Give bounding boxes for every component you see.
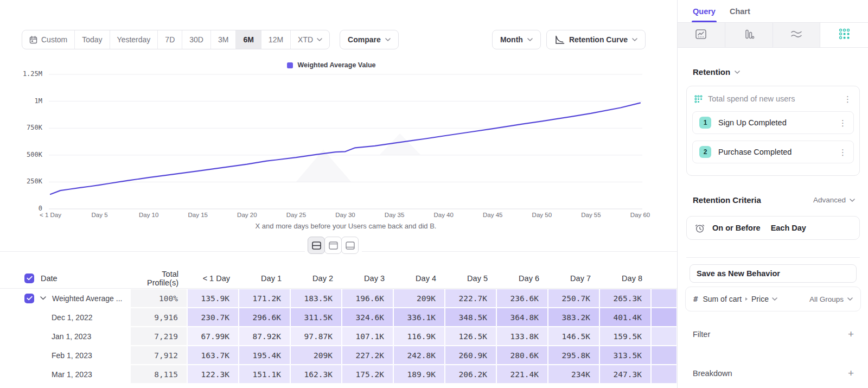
insights-tab[interactable] xyxy=(678,23,725,47)
retention-value-cell[interactable]: 250.7K xyxy=(548,289,599,308)
table-row[interactable]: Weighted Average ...100%135.9K171.2K183.… xyxy=(0,289,677,308)
retention-value-cell[interactable]: 163.7K xyxy=(187,346,239,365)
retention-value-cell[interactable]: 183.5K xyxy=(290,289,342,308)
retention-value-cell[interactable]: 107.1K xyxy=(342,327,393,346)
retention-value-cell[interactable]: 162.3K xyxy=(290,365,342,384)
kebab-menu-icon[interactable]: ⋮ xyxy=(839,148,847,156)
retention-value-cell-cut xyxy=(651,308,677,327)
retention-value-cell[interactable]: 401.4K xyxy=(599,308,651,327)
retention-value-cell[interactable]: 227.2K xyxy=(342,346,393,365)
condition-label: On or Before xyxy=(712,224,761,232)
retention-value-cell[interactable]: 135.9K xyxy=(187,289,239,308)
retention-value-cell[interactable]: 383.2K xyxy=(548,308,599,327)
x-axis-tick: < 1 Day xyxy=(40,212,61,218)
range-custom[interactable]: Custom xyxy=(22,30,74,49)
retention-value-cell[interactable]: 221.4K xyxy=(496,365,548,384)
retention-value-cell[interactable]: 222.7K xyxy=(445,289,496,308)
row-label: Weighted Average ... xyxy=(52,294,122,303)
expand-chevron-icon[interactable] xyxy=(40,296,46,300)
flows-tab[interactable] xyxy=(773,23,821,47)
split-view-toggle[interactable] xyxy=(308,237,325,254)
retention-value-cell[interactable]: 242.8K xyxy=(393,346,445,365)
retention-value-cell[interactable]: 196.6K xyxy=(342,289,393,308)
retention-value-cell[interactable]: 151.1K xyxy=(239,365,290,384)
retention-value-cell[interactable]: 87.92K xyxy=(239,327,290,346)
table-row[interactable]: Jan 1, 20237,21967.99K87.92K97.87K107.1K… xyxy=(0,327,677,346)
table-view-toggle[interactable] xyxy=(341,237,359,254)
compare-button[interactable]: Compare xyxy=(340,30,399,49)
retention-value-cell-cut xyxy=(651,289,677,308)
chart-legend[interactable]: Weighted Average Value xyxy=(0,61,663,69)
tab-query[interactable]: Query xyxy=(693,0,716,22)
retention-value-cell[interactable]: 311.5K xyxy=(290,308,342,327)
groups-dropdown[interactable]: All Groups xyxy=(809,295,853,303)
retention-value-cell[interactable]: 313.5K xyxy=(599,346,651,365)
retention-value-cell[interactable]: 364.8K xyxy=(496,308,548,327)
add-breakdown-button[interactable]: + xyxy=(848,368,854,378)
checkbox-checked[interactable] xyxy=(24,294,34,303)
range-30d[interactable]: 30D xyxy=(182,30,210,49)
table-row[interactable]: Dec 1, 20229,916230.7K296.6K311.5K324.6K… xyxy=(0,308,677,327)
event-row-purchase[interactable]: 2 Purchase Completed ⋮ xyxy=(692,141,854,163)
retention-value-cell[interactable]: 189.9K xyxy=(393,365,445,384)
chart-type-button[interactable]: Retention Curve xyxy=(546,30,646,49)
event-row-sign-up[interactable]: 1 Sign Up Completed ⋮ xyxy=(692,111,854,134)
retention-value-cell[interactable]: 206.2K xyxy=(445,365,496,384)
retention-value-cell[interactable]: 295.8K xyxy=(548,346,599,365)
range-7d[interactable]: 7D xyxy=(157,30,182,49)
retention-value-cell[interactable]: 133.8K xyxy=(496,327,548,346)
granularity-button[interactable]: Month xyxy=(492,30,541,49)
retention-condition-card[interactable]: On or Before Each Day xyxy=(686,216,860,240)
retention-value-cell[interactable]: 67.99K xyxy=(187,327,239,346)
retention-value-cell[interactable]: 209K xyxy=(393,289,445,308)
retention-value-cell[interactable]: 324.6K xyxy=(342,308,393,327)
retention-value-cell[interactable]: 280.6K xyxy=(496,346,548,365)
range-xtd[interactable]: XTD xyxy=(290,30,329,49)
retention-value-cell[interactable]: 260.9K xyxy=(445,346,496,365)
total-profiles-cell: 7,912 xyxy=(130,346,187,365)
retention-value-cell[interactable]: 265.3K xyxy=(599,289,651,308)
save-as-new-behavior-button[interactable]: Save as New Behavior xyxy=(690,264,857,283)
retention-value-cell[interactable]: 336.1K xyxy=(393,308,445,327)
tab-chart[interactable]: Chart xyxy=(730,0,750,22)
retention-value-cell[interactable]: 159.5K xyxy=(599,327,651,346)
retention-value-cell[interactable]: 175.2K xyxy=(342,365,393,384)
retention-value-cell[interactable]: 97.87K xyxy=(290,327,342,346)
retention-value-cell[interactable]: 126.5K xyxy=(445,327,496,346)
range-6m[interactable]: 6M xyxy=(235,30,260,49)
alarm-clock-icon xyxy=(694,223,705,233)
range-3m[interactable]: 3M xyxy=(210,30,235,49)
retention-value-cell[interactable]: 247.3K xyxy=(599,365,651,384)
kebab-menu-icon[interactable]: ⋮ xyxy=(844,95,852,103)
retention-line-chart[interactable] xyxy=(0,71,677,213)
table-row[interactable]: Feb 1, 20237,912163.7K195.4K209K227.2K24… xyxy=(0,346,677,365)
behavior-title-row[interactable]: Total spend of new users ⋮ xyxy=(687,86,859,111)
retention-value-cell[interactable]: 171.2K xyxy=(239,289,290,308)
retention-value-cell[interactable]: 348.5K xyxy=(445,308,496,327)
advanced-dropdown[interactable]: Advanced xyxy=(813,196,855,204)
retention-value-cell[interactable]: 236.6K xyxy=(496,289,548,308)
retention-tab[interactable] xyxy=(820,23,868,47)
range-yesterday[interactable]: Yesterday xyxy=(110,30,158,49)
retention-value-cell[interactable]: 122.3K xyxy=(187,365,239,384)
retention-value-cell[interactable]: 116.9K xyxy=(393,327,445,346)
property-dropdown[interactable]: Sum of cart Price xyxy=(703,295,777,303)
chart-view-toggle[interactable] xyxy=(324,237,342,254)
column-header: Day 2 xyxy=(290,274,342,283)
insights-icon xyxy=(695,29,707,42)
retention-value-cell[interactable]: 146.5K xyxy=(548,327,599,346)
column-header: Day 1 xyxy=(239,274,290,283)
table-row[interactable]: Mar 1, 20238,115122.3K151.1K162.3K175.2K… xyxy=(0,365,677,384)
retention-value-cell[interactable]: 195.4K xyxy=(239,346,290,365)
retention-value-cell[interactable]: 209K xyxy=(290,346,342,365)
retention-section-dropdown[interactable]: Retention xyxy=(693,67,740,77)
retention-value-cell[interactable]: 296.6K xyxy=(239,308,290,327)
retention-value-cell[interactable]: 230.7K xyxy=(187,308,239,327)
range-12m[interactable]: 12M xyxy=(261,30,290,49)
retention-value-cell[interactable]: 234K xyxy=(548,365,599,384)
funnels-tab[interactable] xyxy=(725,23,773,47)
range-today[interactable]: Today xyxy=(74,30,109,49)
add-filter-button[interactable]: + xyxy=(848,329,854,339)
checkbox-checked[interactable] xyxy=(24,273,34,283)
kebab-menu-icon[interactable]: ⋮ xyxy=(839,119,847,127)
